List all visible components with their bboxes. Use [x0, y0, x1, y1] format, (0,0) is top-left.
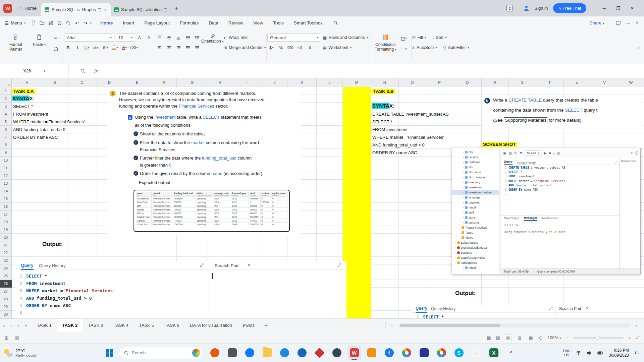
- chat-app-icon[interactable]: [243, 346, 256, 360]
- column-header[interactable]: J: [262, 78, 287, 87]
- orange-app-icon[interactable]: [208, 346, 221, 360]
- row-header[interactable]: 8: [0, 141, 12, 149]
- fill-color-button[interactable]: ▾: [111, 44, 119, 52]
- align-indent-inc-button[interactable]: [193, 34, 201, 42]
- row-header[interactable]: 29: [0, 303, 12, 311]
- redo-icon[interactable]: ↷: [81, 19, 90, 27]
- align-left-button[interactable]: [156, 44, 164, 52]
- row-header[interactable]: 5: [0, 118, 12, 126]
- page-layout-view-button[interactable]: ▥: [516, 335, 523, 341]
- start-button[interactable]: [103, 346, 116, 360]
- ribbon-tab-view[interactable]: View: [253, 20, 263, 25]
- row-header[interactable]: 25: [0, 272, 12, 280]
- next-sheet-icon[interactable]: ›: [15, 323, 22, 328]
- first-sheet-icon[interactable]: «: [0, 323, 7, 328]
- blue-app-icon[interactable]: [295, 346, 309, 360]
- column-header[interactable]: B: [42, 78, 67, 87]
- row-header[interactable]: 16: [0, 203, 12, 210]
- row-header[interactable]: 11: [0, 164, 12, 172]
- conditional-formatting-button[interactable]: ConditionalFormatting ▾: [372, 32, 398, 63]
- sheet-tab-pivots[interactable]: Pivots: [237, 319, 260, 332]
- ribbon-tab-formulas[interactable]: Formulas: [180, 20, 199, 25]
- float-window-icon[interactable]: [164, 8, 167, 11]
- column-header[interactable]: E: [122, 78, 152, 87]
- row-header[interactable]: 21: [0, 241, 12, 249]
- undo-icon[interactable]: ↶: [72, 19, 81, 27]
- float-window-icon[interactable]: [98, 8, 101, 11]
- ribbon-tab-home[interactable]: Home: [100, 20, 113, 25]
- column-header[interactable]: T: [536, 78, 564, 87]
- percent-format-button[interactable]: %: [277, 44, 285, 52]
- row-header[interactable]: 13: [0, 180, 12, 187]
- scroll-right-icon[interactable]: ›: [633, 323, 640, 328]
- home-tab[interactable]: ⌂Home: [15, 0, 41, 16]
- comment-icon[interactable]: [615, 20, 621, 26]
- strikethrough-button[interactable]: abc: [92, 44, 100, 52]
- macro-icon[interactable]: ▦: [486, 335, 491, 341]
- scroll-left-icon[interactable]: ‹: [388, 323, 396, 328]
- share-button[interactable]: Share ▾: [589, 20, 604, 25]
- decrease-font-icon[interactable]: A⁻: [146, 34, 154, 42]
- row-header[interactable]: 4: [0, 110, 12, 118]
- sheet-tab-task-3[interactable]: TASK 3: [83, 319, 108, 332]
- row-header[interactable]: 22: [0, 249, 12, 257]
- query-panel-screenshot-left[interactable]: Query Query History ⤢ Scratch Pad × ⤢ 1S…: [15, 261, 346, 318]
- zoom-out-button[interactable]: −: [566, 335, 569, 341]
- column-header[interactable]: L: [317, 78, 343, 87]
- row-header[interactable]: 20: [0, 234, 12, 241]
- print-icon[interactable]: [55, 19, 64, 27]
- maximize-button[interactable]: ❐: [611, 0, 625, 16]
- more-options-icon[interactable]: ⋯: [626, 20, 631, 26]
- borders-button[interactable]: ⊞▾: [102, 44, 110, 52]
- orange-tool-icon[interactable]: [365, 346, 378, 360]
- free-trial-button[interactable]: ϟFree Trial: [553, 3, 586, 13]
- chrome-browser-icon[interactable]: [400, 346, 413, 360]
- row-header[interactable]: 12: [0, 172, 12, 180]
- row-header[interactable]: 18: [0, 218, 12, 226]
- column-header[interactable]: U: [564, 78, 591, 87]
- paste-button[interactable]: Paste ▾: [28, 32, 50, 63]
- prev-sheet-icon[interactable]: ‹: [7, 323, 15, 328]
- number-format-select[interactable]: General▾: [267, 34, 321, 42]
- row-header[interactable]: 28: [0, 295, 12, 303]
- align-center-button[interactable]: [165, 44, 173, 52]
- row-header[interactable]: 2: [0, 95, 12, 103]
- align-right-button[interactable]: [174, 44, 182, 52]
- document-tab-2[interactable]: Sample SQ...alidation: [111, 3, 170, 16]
- file-explorer-icon[interactable]: [260, 346, 274, 360]
- bold-button[interactable]: B: [64, 44, 72, 52]
- align-justify-button[interactable]: [184, 44, 192, 52]
- camera-app-icon[interactable]: [330, 346, 343, 360]
- weather-widget[interactable]: 27°CPartly cloudy: [0, 348, 64, 358]
- wps-logo[interactable]: W: [3, 4, 12, 13]
- column-header[interactable]: Q: [453, 78, 482, 87]
- column-header[interactable]: P: [426, 78, 453, 87]
- underline-button[interactable]: U▾: [83, 44, 91, 52]
- zoom-slider-thumb[interactable]: [595, 336, 599, 340]
- skype-icon[interactable]: S: [452, 346, 466, 360]
- row-header[interactable]: 7: [0, 133, 12, 141]
- edge-browser-icon[interactable]: [278, 346, 291, 360]
- align-top-button[interactable]: [156, 34, 164, 42]
- rows-columns-button[interactable]: ▦Rows and Columns ▾: [323, 34, 368, 42]
- autofilter-button[interactable]: ▽AutoFilter ▾: [443, 44, 469, 52]
- italic-button[interactable]: I: [73, 44, 82, 52]
- ribbon-tab-data[interactable]: Data: [209, 20, 218, 25]
- column-header[interactable]: I: [232, 78, 262, 87]
- sheet-tab-data-for-visualization[interactable]: DATA for visualization: [184, 319, 237, 332]
- notepad-icon[interactable]: ≡: [470, 346, 483, 360]
- new-file-icon[interactable]: [29, 19, 38, 27]
- row-header[interactable]: 27: [0, 288, 12, 295]
- format-as-table-button[interactable]: ◫▾: [400, 34, 408, 42]
- column-header[interactable]: C: [67, 78, 97, 87]
- increase-decimal-button[interactable]: +.0: [296, 44, 304, 52]
- column-header[interactable]: M: [343, 78, 371, 87]
- sheet-tab-task-4[interactable]: TASK 4: [108, 319, 134, 332]
- column-header[interactable]: G: [177, 78, 208, 87]
- ribbon-tab-tools[interactable]: Tools: [273, 20, 284, 25]
- align-middle-button[interactable]: [165, 34, 173, 42]
- red-diamond-app-icon[interactable]: [313, 346, 326, 360]
- align-bottom-button[interactable]: [174, 34, 182, 42]
- decrease-decimal-button[interactable]: -.0: [305, 44, 313, 52]
- fullscreen-icon[interactable]: ⤢: [636, 335, 639, 340]
